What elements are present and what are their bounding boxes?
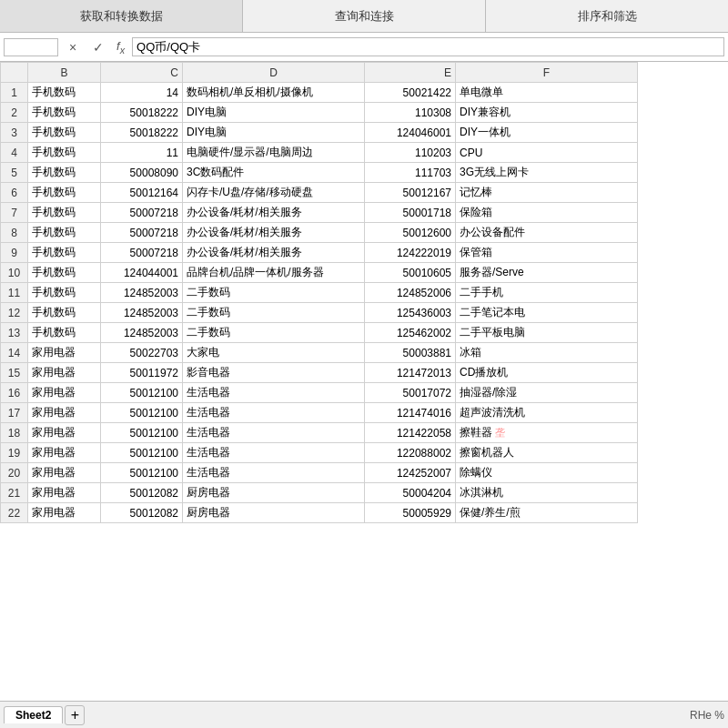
cell-b-3[interactable]: 手机数码 — [28, 123, 101, 143]
cell-c-8[interactable]: 50007218 — [101, 223, 183, 243]
row-header-15[interactable]: 15 — [1, 363, 28, 383]
cell-b-4[interactable]: 手机数码 — [28, 143, 101, 163]
cell-d-22[interactable]: 厨房电器 — [183, 503, 365, 523]
cell-f-15[interactable]: CD播放机 — [456, 363, 638, 383]
cell-d-13[interactable]: 二手数码 — [183, 323, 365, 343]
cell-b-5[interactable]: 手机数码 — [28, 163, 101, 183]
cell-d-11[interactable]: 二手数码 — [183, 283, 365, 303]
cell-b-1[interactable]: 手机数码 — [28, 83, 101, 103]
cell-e-12[interactable]: 125436003 — [365, 303, 456, 323]
cell-b-14[interactable]: 家用电器 — [28, 343, 101, 363]
cell-f-20[interactable]: 除螨仪 — [456, 463, 638, 483]
row-header-7[interactable]: 7 — [1, 203, 28, 223]
cell-e-5[interactable]: 111703 — [365, 163, 456, 183]
cell-b-16[interactable]: 家用电器 — [28, 383, 101, 403]
cell-e-22[interactable]: 50005929 — [365, 503, 456, 523]
cell-e-7[interactable]: 50001718 — [365, 203, 456, 223]
cell-e-21[interactable]: 50004204 — [365, 483, 456, 503]
cell-b-19[interactable]: 家用电器 — [28, 443, 101, 463]
cell-b-9[interactable]: 手机数码 — [28, 243, 101, 263]
cell-b-11[interactable]: 手机数码 — [28, 283, 101, 303]
cell-d-9[interactable]: 办公设备/耗材/相关服务 — [183, 243, 365, 263]
cell-c-13[interactable]: 124852003 — [101, 323, 183, 343]
cell-c-2[interactable]: 50018222 — [101, 103, 183, 123]
cell-c-14[interactable]: 50022703 — [101, 343, 183, 363]
row-header-10[interactable]: 10 — [1, 263, 28, 283]
cell-e-4[interactable]: 110203 — [365, 143, 456, 163]
row-header-18[interactable]: 18 — [1, 423, 28, 443]
cell-e-14[interactable]: 50003881 — [365, 343, 456, 363]
cell-c-12[interactable]: 124852003 — [101, 303, 183, 323]
cell-f-7[interactable]: 保险箱 — [456, 203, 638, 223]
cell-c-19[interactable]: 50012100 — [101, 443, 183, 463]
formula-input[interactable] — [132, 37, 724, 56]
tab-query-connect[interactable]: 查询和连接 — [243, 0, 486, 32]
confirm-button[interactable]: ✓ — [87, 36, 109, 58]
cell-d-20[interactable]: 生活电器 — [183, 463, 365, 483]
add-sheet-button[interactable]: + — [65, 705, 85, 725]
cell-f-12[interactable]: 二手笔记本电 — [456, 303, 638, 323]
cell-f-17[interactable]: 超声波清洗机 — [456, 403, 638, 423]
cell-c-22[interactable]: 50012082 — [101, 503, 183, 523]
cell-f-22[interactable]: 保健/养生/煎 — [456, 503, 638, 523]
row-header-14[interactable]: 14 — [1, 343, 28, 363]
cell-f-1[interactable]: 单电微单 — [456, 83, 638, 103]
cell-f-13[interactable]: 二手平板电脑 — [456, 323, 638, 343]
cell-d-17[interactable]: 生活电器 — [183, 403, 365, 423]
cell-c-4[interactable]: 11 — [101, 143, 183, 163]
cell-b-6[interactable]: 手机数码 — [28, 183, 101, 203]
row-header-21[interactable]: 21 — [1, 483, 28, 503]
cell-b-8[interactable]: 手机数码 — [28, 223, 101, 243]
cell-d-19[interactable]: 生活电器 — [183, 443, 365, 463]
cell-e-19[interactable]: 122088002 — [365, 443, 456, 463]
row-header-16[interactable]: 16 — [1, 383, 28, 403]
cell-e-18[interactable]: 121422058 — [365, 423, 456, 443]
cell-b-13[interactable]: 手机数码 — [28, 323, 101, 343]
cell-d-3[interactable]: DIY电脑 — [183, 123, 365, 143]
cell-f-10[interactable]: 服务器/Serve — [456, 263, 638, 283]
tab-get-transform[interactable]: 获取和转换数据 — [0, 0, 243, 32]
cell-e-15[interactable]: 121472013 — [365, 363, 456, 383]
cell-e-6[interactable]: 50012167 — [365, 183, 456, 203]
cell-c-3[interactable]: 50018222 — [101, 123, 183, 143]
cell-c-6[interactable]: 50012164 — [101, 183, 183, 203]
col-header-f[interactable]: F — [456, 63, 638, 83]
cell-d-5[interactable]: 3C数码配件 — [183, 163, 365, 183]
row-header-6[interactable]: 6 — [1, 183, 28, 203]
cell-c-20[interactable]: 50012100 — [101, 463, 183, 483]
cell-c-5[interactable]: 50008090 — [101, 163, 183, 183]
cell-c-10[interactable]: 124044001 — [101, 263, 183, 283]
row-header-2[interactable]: 2 — [1, 103, 28, 123]
row-header-17[interactable]: 17 — [1, 403, 28, 423]
cell-f-2[interactable]: DIY兼容机 — [456, 103, 638, 123]
cell-f-4[interactable]: CPU — [456, 143, 638, 163]
cell-f-5[interactable]: 3G无线上网卡 — [456, 163, 638, 183]
cancel-button[interactable]: × — [62, 36, 84, 58]
cell-f-6[interactable]: 记忆棒 — [456, 183, 638, 203]
cell-f-18[interactable]: 擦鞋器 垄 — [456, 423, 638, 443]
cell-e-20[interactable]: 124252007 — [365, 463, 456, 483]
cell-d-6[interactable]: 闪存卡/U盘/存储/移动硬盘 — [183, 183, 365, 203]
cell-b-22[interactable]: 家用电器 — [28, 503, 101, 523]
cell-f-3[interactable]: DIY一体机 — [456, 123, 638, 143]
cell-f-9[interactable]: 保管箱 — [456, 243, 638, 263]
cell-d-8[interactable]: 办公设备/耗材/相关服务 — [183, 223, 365, 243]
row-header-13[interactable]: 13 — [1, 323, 28, 343]
cell-reference-box[interactable] — [4, 38, 58, 56]
cell-b-15[interactable]: 家用电器 — [28, 363, 101, 383]
row-header-5[interactable]: 5 — [1, 163, 28, 183]
row-header-1[interactable]: 1 — [1, 83, 28, 103]
cell-b-12[interactable]: 手机数码 — [28, 303, 101, 323]
cell-c-17[interactable]: 50012100 — [101, 403, 183, 423]
row-header-8[interactable]: 8 — [1, 223, 28, 243]
cell-e-2[interactable]: 110308 — [365, 103, 456, 123]
sheet-tab-sheet2[interactable]: Sheet2 — [4, 706, 63, 723]
cell-f-14[interactable]: 冰箱 — [456, 343, 638, 363]
cell-d-15[interactable]: 影音电器 — [183, 363, 365, 383]
cell-c-9[interactable]: 50007218 — [101, 243, 183, 263]
cell-f-21[interactable]: 冰淇淋机 — [456, 483, 638, 503]
cell-b-17[interactable]: 家用电器 — [28, 403, 101, 423]
cell-d-10[interactable]: 品牌台机/品牌一体机/服务器 — [183, 263, 365, 283]
col-header-e[interactable]: E — [365, 63, 456, 83]
cell-c-16[interactable]: 50012100 — [101, 383, 183, 403]
